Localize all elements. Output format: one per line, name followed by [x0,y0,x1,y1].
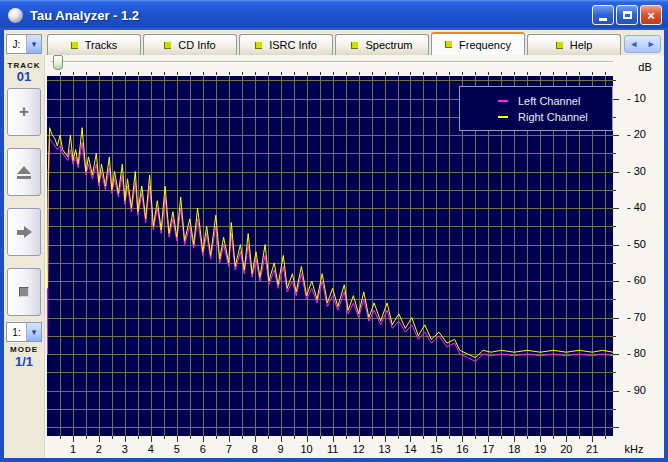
tab-isrc-info[interactable]: ISRC Info [239,34,333,55]
tab-label: Frequency [459,39,511,51]
app-icon [8,8,23,23]
x-tick-label: 10 [296,443,318,455]
x-tick-label: 6 [192,443,214,455]
x-tick-label: 9 [270,443,292,455]
maximize-icon [623,11,632,19]
tab-flag-icon [556,42,563,49]
tab-label: ISRC Info [269,39,317,51]
y-tick-label: - 70 [627,311,661,325]
y-tick-label: - 30 [627,165,661,179]
y-axis-unit: dB [629,61,661,73]
x-axis-unit: kHz [617,443,651,455]
drive-combo[interactable]: J: ▾ [6,34,42,54]
plus-icon: + [19,102,29,122]
content-area: J: ▾ Tracks CD Info ISRC Info Spectrum [4,30,664,458]
tab-flag-icon [445,41,452,48]
mode-label: MODE [4,345,44,354]
x-tick-label: 21 [581,443,603,455]
next-button[interactable] [7,208,41,256]
maximize-button[interactable] [616,5,638,25]
tab-label: Spectrum [365,39,412,51]
chevron-down-icon[interactable]: ▾ [26,323,41,341]
x-tick-label: 4 [140,443,162,455]
minimize-icon [599,18,607,21]
x-tick-label: 17 [477,443,499,455]
x-tick-label: 2 [88,443,110,455]
title-bar[interactable]: Tau Analyzer - 1.2 × [0,0,668,30]
tab-cd-info[interactable]: CD Info [143,34,237,55]
x-tick-label: 18 [503,443,525,455]
x-tick-label: 3 [114,443,136,455]
tab-label: Help [570,39,593,51]
arrow-right-icon [17,226,32,238]
tab-flag-icon [255,42,262,49]
tab-scroll-buttons: ◄ ► [624,35,661,53]
left-channel-swatch [498,100,508,102]
tab-scroll-left-icon[interactable]: ◄ [629,39,638,49]
legend-item-left: Left Channel [498,95,612,107]
tab-flag-icon [164,42,171,49]
drive-combo-value: J: [7,35,26,53]
x-tick-label: 20 [555,443,577,455]
tab-frequency[interactable]: Frequency [431,32,525,55]
y-tick-label: - 40 [627,201,661,215]
x-tick-label: 1 [62,443,84,455]
close-button[interactable]: × [640,5,662,25]
legend-item-right: Right Channel [498,111,612,123]
x-tick-label: 5 [166,443,188,455]
legend: Left Channel Right Channel [459,86,613,131]
mode-combo-value: 1: [7,323,26,341]
tab-label: Tracks [85,39,118,51]
frequency-panel: dB kHz 123456789101112131415161718192021… [44,55,664,458]
y-tick-label: - 90 [627,384,661,398]
mode-value: 1/1 [4,354,44,369]
legend-label: Left Channel [518,95,580,107]
x-tick-label: 8 [244,443,266,455]
tab-spectrum[interactable]: Spectrum [335,34,429,55]
close-icon: × [647,8,655,23]
right-channel-swatch [498,116,508,118]
y-tick-label: - 50 [627,238,661,252]
x-tick-label: 11 [322,443,344,455]
y-tick-label: - 10 [627,92,661,106]
add-button[interactable]: + [7,88,41,136]
stop-button[interactable] [7,268,41,316]
tab-scroll-right-icon[interactable]: ► [647,39,656,49]
minimize-button[interactable] [592,5,614,25]
x-tick-label: 13 [374,443,396,455]
x-tick-label: 19 [529,443,551,455]
x-tick-label: 14 [399,443,421,455]
y-tick-label: - 20 [627,128,661,142]
position-slider-track[interactable] [51,61,613,63]
x-tick-label: 15 [425,443,447,455]
x-tick-label: 16 [451,443,473,455]
eject-icon [17,166,31,179]
chevron-down-icon[interactable]: ▾ [26,35,41,53]
tab-flag-icon [71,42,78,49]
tab-tracks[interactable]: Tracks [47,34,141,55]
x-tick-label: 12 [348,443,370,455]
app-window: Tau Analyzer - 1.2 × J: ▾ Tracks CD Info… [0,0,668,462]
track-number: 01 [4,69,44,84]
tab-label: CD Info [178,39,215,51]
y-tick-label: - 80 [627,347,661,361]
mode-combo[interactable]: 1: ▾ [6,322,42,342]
y-tick-label: - 60 [627,274,661,288]
tab-bar: Tracks CD Info ISRC Info Spectrum Freque… [47,34,623,55]
tab-help[interactable]: Help [527,34,621,55]
stop-icon [19,287,29,297]
eject-button[interactable] [7,148,41,196]
window-title: Tau Analyzer - 1.2 [30,8,590,23]
tab-flag-icon [351,42,358,49]
legend-label: Right Channel [518,111,588,123]
x-tick-label: 7 [218,443,240,455]
